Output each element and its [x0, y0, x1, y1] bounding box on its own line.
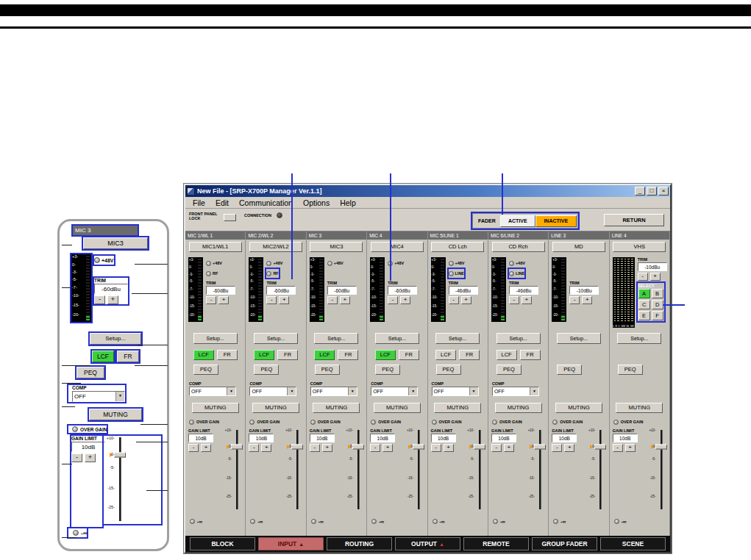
lcf-button[interactable]: LCF [435, 350, 456, 360]
lcf-button[interactable]: LCF [254, 350, 274, 360]
front-panel-lock-button[interactable] [224, 214, 236, 221]
gain-minus-button[interactable]: - [188, 444, 199, 452]
comp-dropdown[interactable]: OFF ▼ [72, 391, 125, 402]
fader-track[interactable] [599, 430, 602, 509]
routing-nav-button[interactable]: ROUTING [327, 537, 392, 550]
trim-minus-button[interactable]: - [327, 296, 338, 304]
gain-plus-button[interactable]: + [201, 444, 211, 452]
fader-handle[interactable] [413, 445, 424, 450]
channel-name-button[interactable]: MIC3 [83, 237, 148, 249]
lcf-button[interactable]: LCF [314, 350, 335, 360]
fader-handle[interactable] [474, 445, 485, 450]
muting-button[interactable]: MUTING [374, 403, 421, 413]
gain-minus-button[interactable]: - [491, 444, 502, 452]
fr-button[interactable]: FR [520, 350, 541, 360]
phantom-48v-radio[interactable]: +48V [449, 259, 465, 268]
setup-button[interactable]: Setup... [435, 333, 480, 344]
chevron-down-icon[interactable]: ▼ [115, 392, 124, 401]
fader-handle[interactable] [352, 445, 364, 450]
menu-file[interactable]: File [188, 198, 210, 208]
fader-track[interactable] [418, 430, 420, 509]
gain-minus-button[interactable]: - [370, 444, 380, 452]
phantom-48v-radio[interactable]: +48V [327, 259, 344, 268]
chevron-down-icon[interactable]: ▼ [469, 387, 478, 395]
setup-button[interactable]: Setup... [617, 333, 661, 344]
setup-button[interactable]: Setup... [375, 333, 419, 344]
setup-button[interactable]: Setup... [314, 333, 358, 344]
gain-plus-button[interactable]: + [625, 444, 636, 452]
fr-button[interactable]: FR [277, 350, 298, 360]
peq-button[interactable]: PEQ [557, 365, 582, 375]
phantom-48v-radio[interactable]: +48V [206, 259, 222, 268]
line-radio[interactable]: LINE [449, 269, 465, 278]
menu-communication[interactable]: Communication [234, 198, 298, 208]
lcf-button[interactable]: LCF [375, 350, 396, 360]
fader-active-button[interactable]: ACTIVE [500, 215, 535, 227]
fader-track[interactable] [539, 430, 541, 509]
trim-plus-button[interactable]: + [218, 296, 229, 304]
comp-dropdown[interactable]: OFF ▼ [310, 387, 357, 396]
fr-button[interactable]: FR [459, 350, 480, 360]
comp-dropdown[interactable]: OFF ▼ [492, 387, 539, 396]
menu-options[interactable]: Options [298, 198, 335, 208]
channel-name-button[interactable]: MIC2/WL2 [249, 242, 302, 252]
fader-track[interactable] [357, 430, 360, 509]
gain-plus-button[interactable]: + [261, 444, 271, 452]
trim-minus-button[interactable]: - [509, 296, 519, 304]
menu-help[interactable]: Help [335, 198, 361, 208]
peq-button[interactable]: PEQ [436, 365, 461, 375]
lcf-button[interactable]: LCF [496, 350, 517, 360]
setup-button[interactable]: Setup... [254, 333, 298, 344]
rf-radio[interactable]: RF [266, 269, 278, 278]
fr-button[interactable]: FR [338, 350, 358, 360]
gain-plus-button[interactable]: + [322, 444, 332, 452]
fader-handle[interactable] [231, 445, 243, 450]
comp-dropdown[interactable]: OFF ▼ [189, 387, 236, 396]
select-d-button[interactable]: D [652, 300, 663, 309]
block-nav-button[interactable]: BLOCK [190, 537, 255, 550]
fader-track[interactable] [119, 437, 121, 521]
chevron-down-icon[interactable]: ▼ [530, 387, 538, 395]
trim-plus-button[interactable]: + [650, 273, 661, 281]
menu-edit[interactable]: Edit [210, 198, 234, 208]
output-nav-button[interactable]: OUTPUT▲ [395, 537, 460, 550]
fr-button[interactable]: FR [117, 351, 139, 362]
fader-handle[interactable] [291, 445, 303, 450]
trim-minus-button[interactable]: - [638, 273, 648, 281]
trim-plus-button[interactable]: + [340, 296, 350, 304]
line-radio[interactable]: LINE [509, 269, 525, 278]
chevron-down-icon[interactable]: ▼ [348, 387, 357, 395]
peq-button[interactable]: PEQ [618, 365, 643, 375]
peq-button[interactable]: PEQ [76, 367, 104, 378]
setup-button[interactable]: Setup... [557, 333, 601, 344]
muting-button[interactable]: MUTING [192, 403, 239, 413]
muting-button[interactable]: MUTING [616, 403, 663, 413]
scene-nav-button[interactable]: SCENE [600, 537, 666, 550]
trim-plus-button[interactable]: + [461, 296, 471, 304]
fader-track[interactable] [296, 430, 299, 509]
lcf-button[interactable]: LCF [193, 350, 214, 360]
comp-dropdown[interactable]: OFF ▼ [432, 387, 479, 396]
fader-track[interactable] [236, 430, 238, 509]
input-nav-button[interactable]: INPUT▲ [258, 537, 324, 550]
fader-handle[interactable] [594, 445, 606, 450]
channel-name-button[interactable]: MIC1/WL1 [189, 242, 242, 252]
muting-button[interactable]: MUTING [495, 403, 542, 413]
gain-minus-button[interactable]: - [310, 444, 320, 452]
fader-handle[interactable] [534, 445, 546, 450]
gain-plus-button[interactable]: + [564, 444, 574, 452]
phantom-48v-radio[interactable]: +48V [509, 259, 525, 268]
gain-minus-button[interactable]: - [249, 444, 259, 452]
gain-minus-button[interactable]: - [431, 444, 441, 452]
remote-nav-button[interactable]: REMOTE [463, 537, 529, 550]
title-bar[interactable]: New File - [SRP-X700P Manager Ver.1.1] _… [185, 185, 670, 197]
chevron-down-icon[interactable]: ▼ [287, 387, 296, 395]
close-button[interactable]: × [658, 187, 669, 195]
trim-minus-button[interactable]: - [266, 296, 277, 304]
setup-button[interactable]: Setup... [193, 333, 238, 344]
select-e-button[interactable]: E [638, 311, 650, 320]
fader-handle[interactable] [114, 453, 126, 458]
fr-button[interactable]: FR [217, 350, 238, 360]
maximize-button[interactable]: □ [647, 187, 657, 195]
minimize-button[interactable]: _ [635, 187, 645, 195]
